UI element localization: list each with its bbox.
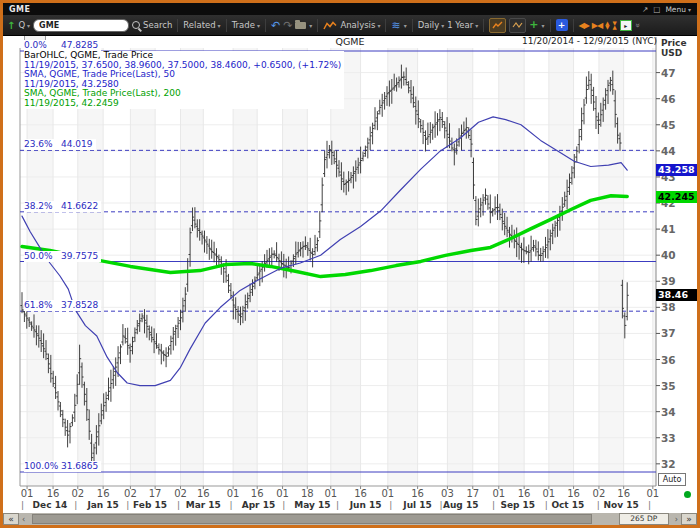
waves-icon[interactable]: ≋ bbox=[391, 19, 400, 32]
compress-horizontal-icon[interactable]: ▶◀ bbox=[592, 21, 602, 30]
related-dropdown[interactable]: Related ▾ bbox=[183, 20, 220, 30]
x-day-label-2: 02 bbox=[65, 488, 91, 499]
x-month-separator-9: | bbox=[492, 500, 495, 510]
fib-label-61.8%: 61.8%37.8528 bbox=[24, 300, 101, 311]
x-month-label-Dec-14: Dec 14 bbox=[28, 500, 72, 510]
related-label: Related bbox=[183, 20, 215, 30]
scroll-right-arrow[interactable]: › bbox=[672, 515, 681, 524]
y-tick-label-45: 45 bbox=[661, 119, 676, 131]
zoom-box-icon[interactable]: ▸ bbox=[620, 20, 632, 31]
x-month-separator-0: | bbox=[21, 500, 24, 510]
y-tick-label-41: 41 bbox=[661, 223, 676, 235]
x-month-label-Jul-15: Jul 15 bbox=[396, 500, 440, 510]
x-day-label-0: 01 bbox=[14, 488, 40, 499]
scrollbar-thumb[interactable] bbox=[32, 514, 592, 524]
price-badge-38.46: 38.46 bbox=[656, 289, 699, 301]
status-dot bbox=[684, 491, 691, 498]
scrollbar-track[interactable] bbox=[28, 513, 619, 525]
x-day-label-24: 01 bbox=[640, 488, 666, 499]
hourglass-icon[interactable]: ▼▲ bbox=[612, 21, 616, 29]
symbol-type-label: Q bbox=[18, 20, 25, 30]
fib-value: 44.019 bbox=[61, 139, 93, 149]
chart-style-icon[interactable] bbox=[489, 18, 506, 33]
x-day-label-1: 16 bbox=[40, 488, 66, 499]
y-tick-label-39: 39 bbox=[661, 275, 676, 287]
fib-pct: 0.0% bbox=[24, 40, 61, 51]
more-tools-icon[interactable]: » bbox=[633, 23, 642, 28]
chevron-down-icon[interactable]: ▾ bbox=[309, 22, 312, 29]
expand-vertical-icon[interactable]: ▲▼ bbox=[605, 21, 609, 29]
chart-settings-icon[interactable] bbox=[509, 18, 526, 33]
add-study-icon[interactable]: + bbox=[556, 19, 568, 31]
symbol-input[interactable] bbox=[33, 19, 129, 32]
search-icon bbox=[132, 21, 140, 29]
fib-pct: 38.2% bbox=[24, 201, 61, 212]
x-day-label-16: 03 bbox=[434, 488, 460, 499]
y-tick-label-34: 34 bbox=[661, 406, 676, 418]
x-day-label-11: 18 bbox=[294, 488, 320, 499]
analysis-dropdown[interactable]: Analysis ▾ bbox=[340, 20, 380, 30]
scroll-far-left-button[interactable]: « bbox=[3, 513, 19, 525]
scroll-far-right-button[interactable]: » bbox=[681, 513, 697, 525]
x-day-label-15: 16 bbox=[405, 488, 431, 499]
x-day-label-9: 16 bbox=[244, 488, 270, 499]
y-tick-label-46: 46 bbox=[661, 93, 676, 105]
undo-icon[interactable]: ↶ bbox=[271, 19, 280, 32]
x-day-label-5: 17 bbox=[142, 488, 168, 499]
y-tick-label-35: 35 bbox=[661, 380, 676, 392]
popout-icon[interactable]: ↗ bbox=[642, 5, 648, 14]
folder-icon[interactable] bbox=[295, 22, 306, 29]
x-month-separator-5: | bbox=[282, 500, 285, 510]
analysis-label: Analysis bbox=[340, 20, 375, 30]
range-dropdown[interactable]: 1 Year ▾ bbox=[447, 20, 478, 30]
toolbar-separator bbox=[317, 19, 318, 32]
period-dropdown[interactable]: Daily ▾ bbox=[418, 20, 445, 30]
crosshair-icon[interactable]: + bbox=[529, 20, 538, 30]
trade-dropdown[interactable]: Trade ▾ bbox=[232, 20, 260, 30]
x-day-label-7: 16 bbox=[190, 488, 216, 499]
x-day-label-23: 16 bbox=[611, 488, 637, 499]
y-tick-label-32: 32 bbox=[661, 458, 676, 470]
menu-dropdown[interactable]: Menu ▾ bbox=[665, 5, 691, 14]
redo-icon[interactable]: ↷ bbox=[283, 19, 292, 32]
toolbar-separator bbox=[385, 19, 386, 32]
x-day-label-12: 01 bbox=[318, 488, 344, 499]
expand-horizontal-icon[interactable]: ◀▶ bbox=[579, 21, 589, 30]
y-tick-label-44: 44 bbox=[661, 145, 676, 157]
x-month-label-Sep-15: Sep 15 bbox=[496, 500, 540, 510]
x-month-label-May-15: May 15 bbox=[290, 500, 334, 510]
chevron-down-icon: ▾ bbox=[218, 22, 221, 29]
auto-scale-button[interactable]: Auto bbox=[658, 473, 686, 486]
chevron-down-icon: ▾ bbox=[27, 22, 30, 29]
fib-value: 41.6622 bbox=[61, 201, 98, 211]
chevron-down-icon: ▾ bbox=[688, 6, 691, 13]
datapoints-count-box[interactable]: 265 DP bbox=[619, 513, 669, 525]
symbol-type-dropdown[interactable]: Q ▾ bbox=[18, 20, 30, 30]
y-tick-label-36: 36 bbox=[661, 354, 676, 366]
menu-label: Menu bbox=[665, 5, 686, 14]
chevron-down-icon[interactable]: ▾ bbox=[404, 22, 407, 29]
fib-value: 37.8528 bbox=[61, 300, 98, 310]
chart-legend: BarOHLC, QGME, Trade Price11/19/2015, 37… bbox=[24, 51, 344, 109]
horizontal-scrollbar: « ‹ 265 DP › » bbox=[3, 513, 697, 525]
fib-label-50.0%: 50.0%39.7575 bbox=[24, 251, 101, 262]
x-day-label-19: 16 bbox=[511, 488, 537, 499]
trading-app-window: GME ↗ □ Menu ▾ ↑ Q ▾ Search Related ▾ Tr… bbox=[0, 0, 700, 528]
window-titlebar: GME ↗ □ Menu ▾ bbox=[3, 3, 697, 15]
legend-line-6: 11/19/2015, 42.2459 bbox=[24, 99, 341, 109]
search-button[interactable]: Search bbox=[143, 20, 172, 30]
x-day-label-8: 01 bbox=[220, 488, 246, 499]
chart-date-range: 11/20/2014 - 12/9/2015 (NYC) bbox=[522, 36, 657, 46]
x-month-label-Jan-15: Jan 15 bbox=[81, 500, 125, 510]
y-tick-label-37: 37 bbox=[661, 327, 676, 339]
x-month-label-Aug-15: Aug 15 bbox=[439, 500, 483, 510]
x-month-separator-8: | bbox=[439, 500, 442, 510]
scroll-left-arrow[interactable]: ‹ bbox=[19, 515, 28, 524]
window-icon[interactable]: □ bbox=[653, 5, 660, 14]
y-tick-label-33: 33 bbox=[661, 432, 676, 444]
chevron-down-icon[interactable]: ▾ bbox=[542, 22, 545, 29]
up-arrow-icon[interactable]: ↑ bbox=[7, 20, 15, 31]
chevron-down-icon: ▾ bbox=[475, 22, 478, 29]
x-month-label-Nov-15: Nov 15 bbox=[599, 500, 643, 510]
x-day-label-17: 17 bbox=[460, 488, 486, 499]
